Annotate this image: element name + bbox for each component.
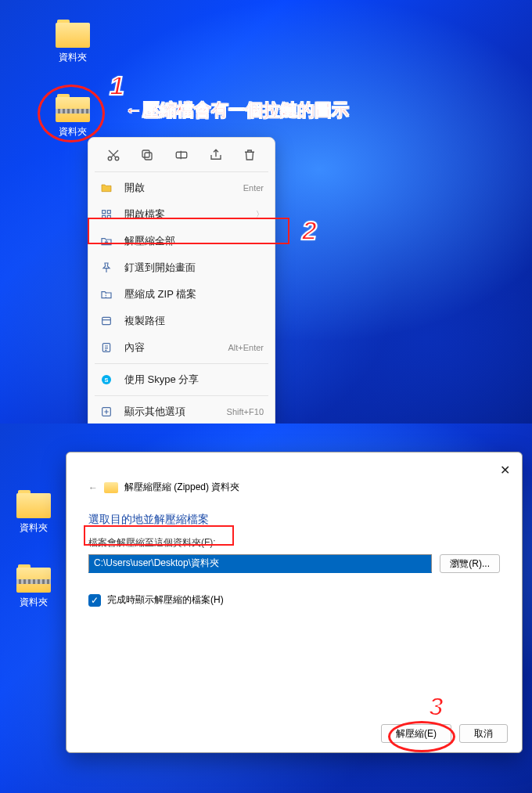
- svg-rect-7: [102, 215, 106, 218]
- extract-dialog: ✕ ← 解壓縮壓縮 (Zipped) 資料夾 選取目的地並解壓縮檔案 檔案會解壓…: [66, 452, 523, 753]
- copy-path-icon: [99, 314, 113, 328]
- close-button[interactable]: ✕: [495, 460, 514, 479]
- dialog-title: 選取目的地並解壓縮檔案: [66, 502, 522, 532]
- svg-text:S: S: [105, 377, 109, 384]
- annotation-number-1: 1: [110, 70, 124, 101]
- copy-icon[interactable]: [138, 146, 156, 164]
- dialog-header-text: 解壓縮壓縮 (Zipped) 資料夾: [124, 481, 239, 494]
- svg-rect-5: [102, 211, 106, 214]
- panel-bottom: 資料夾 資料夾 ✕ ← 解壓縮壓縮 (Zipped) 資料夾 選取目的地並解壓縮…: [0, 424, 532, 793]
- ctx-toolbar: [88, 141, 275, 169]
- extract-button[interactable]: 解壓縮(E): [381, 724, 451, 743]
- ctx-open[interactable]: 開啟 Enter: [88, 175, 275, 201]
- more-icon: [99, 405, 113, 419]
- zip-folder-icon: [16, 564, 51, 593]
- icon-label: 資料夾: [20, 597, 48, 607]
- show-files-row[interactable]: ✓ 完成時顯示解壓縮的檔案(H): [66, 578, 522, 622]
- panel-top: 資料夾 資料夾 1 ←壓縮檔會有一個拉鏈的圖示: [0, 0, 532, 424]
- zip-folder-icon: [56, 94, 90, 122]
- ctx-more-options[interactable]: 顯示其他選項 Shift+F10: [88, 398, 275, 424]
- desktop-icon-folder-b[interactable]: 資料夾: [6, 490, 61, 535]
- svg-point-1: [115, 157, 119, 160]
- browse-button[interactable]: 瀏覽(R)...: [440, 554, 500, 573]
- annotation-text: ←壓縮檔會有一個拉鏈的圖示: [125, 99, 349, 122]
- folder-icon: [16, 490, 51, 518]
- back-arrow-icon[interactable]: ←: [88, 482, 98, 493]
- properties-icon: [99, 341, 113, 355]
- dest-label: 檔案會解壓縮至這個資料夾(F):: [88, 536, 500, 550]
- cancel-button[interactable]: 取消: [459, 724, 508, 743]
- desktop-icon-zip-b[interactable]: 資料夾: [6, 564, 61, 609]
- delete-icon[interactable]: [240, 146, 259, 164]
- cut-icon[interactable]: [104, 146, 123, 164]
- ctx-open-with[interactable]: 開啟檔案 〉: [88, 201, 275, 228]
- svg-rect-6: [107, 211, 110, 214]
- icon-label: 資料夾: [59, 52, 87, 63]
- chevron-right-icon: 〉: [256, 209, 264, 220]
- svg-rect-9: [102, 317, 111, 324]
- dialog-header: ← 解壓縮壓縮 (Zipped) 資料夾: [66, 452, 522, 502]
- annotation-number-2: 2: [302, 215, 317, 246]
- context-menu: 開啟 Enter 開啟檔案 〉 解壓縮全部... 釘選到開始畫面: [88, 137, 275, 424]
- extract-icon: [99, 234, 113, 248]
- ctx-copy-path[interactable]: 複製路徑: [88, 308, 275, 334]
- dialog-footer: 解壓縮(E) 取消: [66, 715, 522, 752]
- svg-point-0: [108, 157, 112, 160]
- svg-rect-3: [142, 150, 149, 157]
- skype-icon: S: [99, 373, 113, 387]
- desktop-icon-zip[interactable]: 資料夾: [45, 94, 100, 139]
- share-icon[interactable]: [207, 146, 225, 164]
- ctx-compress[interactable]: 壓縮成 ZIP 檔案: [88, 281, 275, 308]
- folder-open-icon: [99, 181, 113, 195]
- ctx-skype-share[interactable]: S 使用 Skype 分享: [88, 366, 275, 393]
- ctx-properties[interactable]: 內容 Alt+Enter: [88, 334, 275, 361]
- folder-icon: [56, 20, 90, 48]
- svg-rect-4: [176, 152, 187, 158]
- zip-mini-icon: [104, 482, 118, 493]
- zip-icon: [99, 287, 113, 301]
- rename-icon[interactable]: [172, 146, 191, 164]
- svg-rect-8: [107, 215, 110, 218]
- svg-rect-2: [145, 153, 152, 160]
- icon-label: 資料夾: [59, 126, 87, 137]
- dialog-body: 檔案會解壓縮至這個資料夾(F): 瀏覽(R)...: [66, 532, 522, 578]
- show-files-label: 完成時顯示解壓縮的檔案(H): [107, 593, 224, 607]
- icon-label: 資料夾: [20, 522, 48, 533]
- ctx-extract-all[interactable]: 解壓縮全部...: [88, 228, 275, 254]
- checkbox-checked-icon[interactable]: ✓: [88, 594, 101, 607]
- desktop-icon-folder[interactable]: 資料夾: [45, 20, 100, 64]
- destination-path-input[interactable]: [88, 554, 432, 573]
- pin-icon: [99, 261, 113, 275]
- ctx-pin-start[interactable]: 釘選到開始畫面: [88, 254, 275, 281]
- annotation-number-3: 3: [429, 691, 444, 722]
- open-with-icon: [99, 207, 113, 222]
